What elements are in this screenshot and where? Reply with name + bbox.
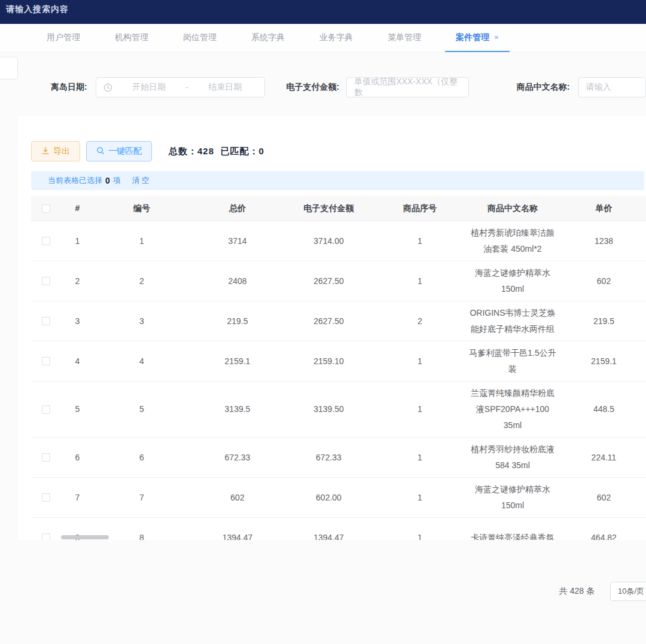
- tab-label: 机构管理: [115, 32, 148, 43]
- table-cell: 植村秀羽纱持妆粉底液584 35ml: [468, 441, 557, 474]
- collapsed-panel-fragment: [0, 57, 18, 80]
- clear-selection-link[interactable]: 清空: [132, 175, 151, 186]
- date-separator: -: [185, 83, 188, 92]
- horizontal-scrollbar[interactable]: [61, 535, 109, 539]
- table-cell: 5: [94, 401, 190, 417]
- tab-label: 岗位管理: [183, 32, 217, 43]
- tab-菜单管理[interactable]: 菜单管理: [377, 24, 432, 52]
- selection-count: 0: [105, 176, 110, 185]
- download-icon: [41, 146, 50, 157]
- tab-机构管理[interactable]: 机构管理: [104, 24, 159, 52]
- export-button-label: 导出: [53, 146, 70, 157]
- date-range-picker[interactable]: 开始日期 - 结束日期: [96, 77, 265, 97]
- page-size-value: 10条/页: [618, 586, 644, 597]
- toolbar: 导出 一键匹配 总数：428 已匹配：0: [31, 141, 646, 161]
- search-icon: [96, 146, 105, 157]
- selection-suffix: 项: [113, 175, 121, 186]
- table-cell: 602.00: [285, 490, 372, 506]
- row-checkbox[interactable]: [42, 277, 50, 285]
- select-all-cell: [31, 205, 61, 213]
- product-name-placeholder: 请输入: [586, 82, 611, 93]
- table-cell: 1: [372, 401, 468, 417]
- tab-案件管理[interactable]: 案件管理×: [445, 24, 510, 52]
- pagination: 共 428 条 10条/页: [0, 582, 646, 601]
- tab-label: 案件管理: [456, 32, 489, 43]
- row-checkbox[interactable]: [42, 357, 50, 365]
- table-cell: 2: [372, 313, 468, 329]
- filter-section: 离岛日期: 开始日期 - 结束日期 电子支付金额: 单值或范围XXX-XXX（仅…: [0, 53, 646, 98]
- table-cell: 3139.50: [285, 401, 372, 417]
- table-cell: 2: [94, 273, 190, 289]
- table-cell: 1: [94, 233, 190, 249]
- table-cell: 602: [557, 490, 646, 506]
- row-checkbox[interactable]: [42, 493, 50, 502]
- page-tabs: 用户管理机构管理岗位管理系统字典业务字典菜单管理案件管理×: [0, 24, 646, 53]
- table-cell: 1: [372, 273, 468, 289]
- tab-岗位管理[interactable]: 岗位管理: [172, 24, 227, 52]
- table-cell: 1: [372, 530, 468, 541]
- product-name-filter-label: 商品中文名称:: [517, 82, 570, 93]
- global-search-input[interactable]: 请输入搜索内容: [6, 4, 69, 14]
- table-row: 77602602.001海蓝之谜修护精萃水 150ml602: [31, 478, 646, 518]
- row-checkbox[interactable]: [42, 533, 50, 540]
- column-header: 总价: [190, 200, 285, 216]
- row-checkbox[interactable]: [42, 405, 50, 414]
- table-cell: 1394.47: [190, 530, 285, 541]
- table-cell: 4: [94, 353, 190, 370]
- export-button[interactable]: 导出: [31, 141, 80, 161]
- table-row: 881394.471394.471卡诗菁纯亮泽经典香氛464.82: [31, 518, 646, 540]
- table-cell: 1: [61, 233, 94, 249]
- column-header: 商品中文名称: [468, 200, 557, 216]
- table-cell: 2627.50: [285, 273, 372, 289]
- date-start-input[interactable]: 开始日期: [117, 82, 181, 93]
- row-checkbox[interactable]: [42, 317, 50, 325]
- table-cell: 6: [94, 450, 190, 466]
- column-header: 编号: [94, 200, 190, 216]
- one-click-match-button[interactable]: 一键匹配: [86, 141, 152, 161]
- selection-prefix: 当前表格已选择: [48, 175, 102, 186]
- tab-业务字典[interactable]: 业务字典: [309, 24, 364, 52]
- table-cell: 4: [61, 353, 94, 370]
- table-cell: 3: [61, 313, 94, 329]
- table-row: 1137143714.001植村秀新琥珀臻萃洁颜油套装 450ml*21238: [31, 221, 646, 261]
- date-end-input[interactable]: 结束日期: [193, 82, 257, 93]
- row-select-cell: [31, 533, 61, 540]
- amount-placeholder: 单值或范围XXX-XXX（仅整数: [354, 77, 461, 98]
- matched-value: 0: [258, 146, 264, 156]
- tab-用户管理[interactable]: 用户管理: [36, 24, 91, 52]
- main-card: 导出 一键匹配 总数：428 已匹配：0 当前表格已选择 0 项 清空: [18, 116, 646, 540]
- table-cell: ORIGINS韦博士灵芝焕能好底子精华水两件组: [468, 305, 557, 337]
- table-cell: 6: [61, 450, 94, 466]
- table-cell: 219.5: [190, 313, 285, 329]
- tab-label: 系统字典: [251, 32, 285, 43]
- top-navbar: 请输入搜索内容: [0, 0, 646, 24]
- selection-alert: 当前表格已选择 0 项 清空: [31, 171, 644, 190]
- table-cell: 兰蔻菁纯臻颜精华粉底液SPF20PA+++100 35ml: [468, 385, 557, 434]
- product-name-input[interactable]: 请输入: [578, 77, 646, 97]
- table-row: 553139.53139.501兰蔻菁纯臻颜精华粉底液SPF20PA+++100…: [31, 381, 646, 438]
- row-select-cell: [31, 493, 61, 502]
- table-body: 1137143714.001植村秀新琥珀臻萃洁颜油套装 450ml*212382…: [31, 221, 646, 540]
- select-all-checkbox[interactable]: [42, 205, 50, 213]
- table-cell: 1: [372, 233, 468, 249]
- table-cell: 2627.50: [285, 313, 372, 329]
- table-cell: 海蓝之谜修护精萃水 150ml: [468, 265, 557, 297]
- date-filter-label: 离岛日期:: [51, 82, 87, 93]
- row-select-cell: [31, 237, 61, 245]
- table-cell: 卡诗菁纯亮泽经典香氛: [468, 530, 557, 541]
- table-cell: 3139.5: [190, 401, 285, 417]
- amount-input[interactable]: 单值或范围XXX-XXX（仅整数: [346, 77, 469, 97]
- row-checkbox[interactable]: [42, 237, 50, 245]
- tab-label: 菜单管理: [388, 32, 421, 43]
- column-header: 商品序号: [372, 200, 468, 216]
- tab-close-icon[interactable]: ×: [494, 33, 499, 42]
- table-cell: 植村秀新琥珀臻萃洁颜油套装 450ml*2: [468, 225, 557, 257]
- table-row: 33219.52627.502ORIGINS韦博士灵芝焕能好底子精华水两件组21…: [31, 301, 646, 341]
- table-cell: 448.5: [557, 401, 646, 417]
- row-checkbox[interactable]: [42, 453, 50, 462]
- table-row: 442159.12159.101马爹利蓝带干邑1.5公升装2159.1: [31, 341, 646, 381]
- pagination-total: 共 428 条: [559, 586, 595, 597]
- tab-系统字典[interactable]: 系统字典: [240, 24, 295, 52]
- table-cell: 1: [372, 353, 468, 370]
- page-size-select[interactable]: 10条/页: [610, 582, 646, 601]
